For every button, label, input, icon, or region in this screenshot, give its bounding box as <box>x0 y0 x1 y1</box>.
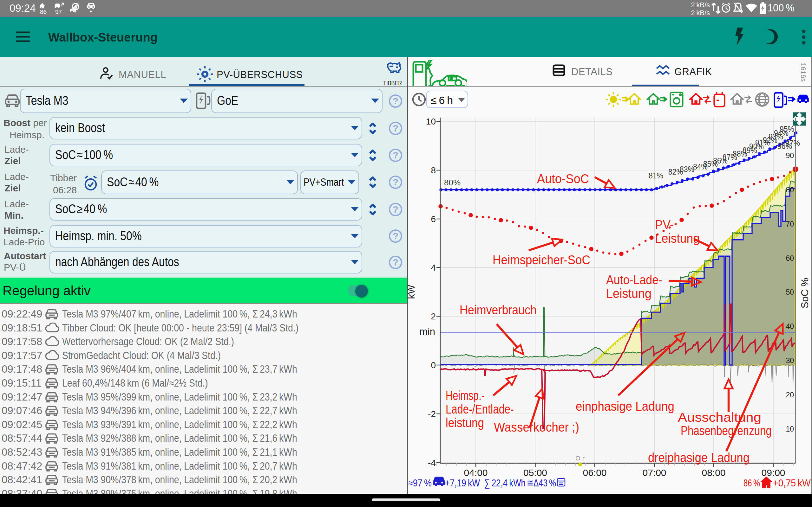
svg-text:70: 70 <box>786 220 794 228</box>
svg-text:10: 10 <box>786 425 794 433</box>
svg-text:80: 80 <box>786 186 794 194</box>
svg-text:6: 6 <box>431 214 436 224</box>
svg-text:4: 4 <box>431 263 436 273</box>
svg-text:kW: kW <box>408 285 417 299</box>
svg-text:?: ? <box>393 205 398 215</box>
svg-text:?: ? <box>393 123 398 133</box>
svg-text:?: ? <box>393 257 398 268</box>
svg-text:+7,19 kW: +7,19 kW <box>445 477 480 489</box>
svg-text:97%: 97% <box>785 138 800 148</box>
svg-text:-4: -4 <box>428 458 436 468</box>
svg-text:↑: ↑ <box>582 454 586 463</box>
svg-text:86 %: 86 % <box>744 477 760 489</box>
svg-text:≅Δ43 %: ≅Δ43 % <box>527 477 556 489</box>
svg-text:8: 8 <box>431 165 436 175</box>
svg-text:07:00: 07:00 <box>642 467 666 478</box>
svg-text:+0,75 kW: +0,75 kW <box>773 477 811 489</box>
svg-text:PV-: PV- <box>655 218 674 232</box>
svg-text:30: 30 <box>786 356 794 365</box>
svg-text:09:00: 09:00 <box>761 467 785 478</box>
svg-text:SoC %: SoC % <box>799 278 810 308</box>
svg-text:Phasenbegrenzung: Phasenbegrenzung <box>681 424 772 438</box>
svg-text:Ausschaltung: Ausschaltung <box>678 410 761 424</box>
svg-text:Heimverbrauch: Heimverbrauch <box>460 303 537 317</box>
svg-text:83%: 83% <box>680 164 694 174</box>
svg-text:90: 90 <box>786 152 794 160</box>
svg-text:Leistung: Leistung <box>606 286 652 300</box>
svg-text:Heimsp.-: Heimsp.- <box>446 389 485 402</box>
svg-text:einphasige Ladung: einphasige Ladung <box>576 399 674 413</box>
svg-text:81%: 81% <box>649 171 663 180</box>
svg-text:dreiphasige Ladung: dreiphasige Ladung <box>648 451 750 464</box>
svg-text:Heimspeicher-SoC: Heimspeicher-SoC <box>493 253 590 267</box>
svg-text:04:00: 04:00 <box>464 467 488 478</box>
svg-text:60: 60 <box>786 254 794 262</box>
svg-text:08:00: 08:00 <box>702 467 725 478</box>
svg-text:leistung: leistung <box>446 416 484 430</box>
svg-text:Auto-Lade-: Auto-Lade- <box>606 273 662 287</box>
svg-text:?: ? <box>393 177 398 187</box>
svg-text:Auto-SoC: Auto-SoC <box>537 172 589 186</box>
svg-text:∑ 22,4 kWh: ∑ 22,4 kWh <box>484 477 525 489</box>
svg-text:80%: 80% <box>444 178 461 187</box>
svg-text:≈97 %: ≈97 % <box>408 477 432 489</box>
svg-text:06:00: 06:00 <box>583 467 606 478</box>
svg-text:Lade-/Entlade-: Lade-/Entlade- <box>446 402 514 416</box>
svg-text:40: 40 <box>786 322 794 331</box>
svg-text:05:00: 05:00 <box>523 467 547 478</box>
svg-text:min: min <box>419 326 435 337</box>
svg-text:2: 2 <box>431 312 436 321</box>
svg-text:?: ? <box>393 231 398 241</box>
svg-text:95%: 95% <box>780 124 794 134</box>
svg-text:20: 20 <box>786 391 794 399</box>
svg-text:?: ? <box>393 96 398 106</box>
svg-text:-2: -2 <box>428 409 436 419</box>
svg-text:10: 10 <box>426 117 436 126</box>
svg-text:0: 0 <box>431 360 436 370</box>
svg-text:Leistung: Leistung <box>655 231 700 245</box>
svg-text:?: ? <box>393 150 398 160</box>
svg-text:Wasserkocher ;): Wasserkocher ;) <box>494 420 579 434</box>
svg-text:50: 50 <box>786 288 794 296</box>
